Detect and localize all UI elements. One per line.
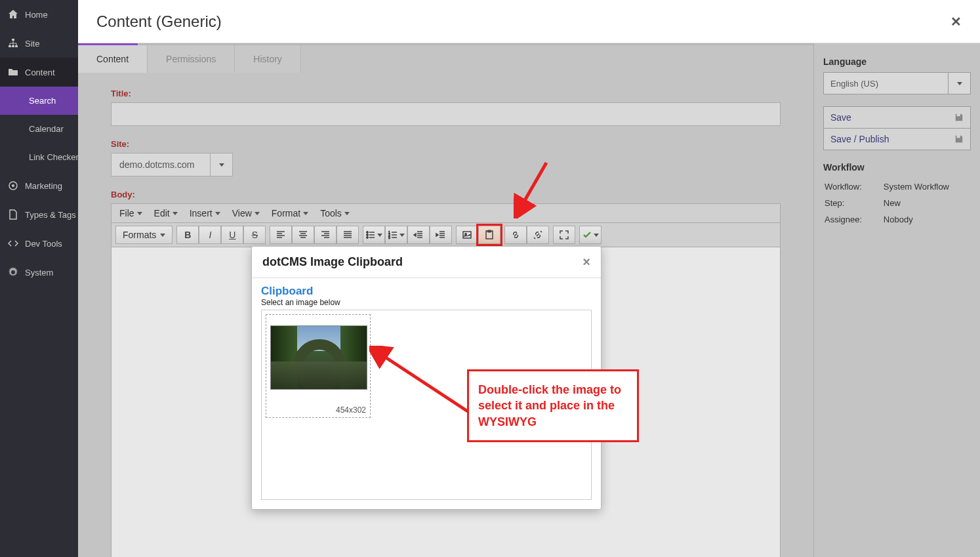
clipboard-subtext: Select an image below [261, 298, 592, 307]
save-publish-button[interactable]: Save / Publish [824, 129, 970, 150]
sidebar-item-label: Calendar [29, 124, 64, 134]
align-center-button[interactable] [292, 226, 314, 244]
validate-button[interactable] [579, 226, 602, 244]
clipboard-thumbnail[interactable]: 454x302 [266, 314, 371, 418]
title-label: Title: [111, 89, 781, 98]
menu-view[interactable]: View [232, 208, 260, 218]
close-icon[interactable]: ✕ [950, 14, 962, 30]
site-select[interactable]: demo.dotcms.com [111, 153, 233, 176]
action-label: Save [830, 112, 851, 123]
svg-point-5 [12, 184, 14, 187]
sidebar-item-content[interactable]: Content [0, 58, 78, 87]
indent-button[interactable] [430, 226, 452, 244]
insert-image-button[interactable] [456, 226, 478, 244]
svg-rect-1 [9, 45, 11, 47]
sidebar-item-calendar[interactable]: Calendar [0, 115, 78, 143]
svg-text:3: 3 [388, 236, 390, 239]
sidebar-item-home[interactable]: Home [0, 0, 78, 29]
formats-dropdown[interactable]: Formats [115, 226, 173, 244]
clipboard-heading: Clipboard [261, 285, 592, 298]
link-button[interactable] [504, 226, 527, 244]
sidebar-item-link-checker[interactable]: Link Checker [0, 143, 78, 171]
menu-tools[interactable]: Tools [320, 208, 350, 218]
home-icon [8, 9, 18, 20]
sidebar-item-dev-tools[interactable]: Dev Tools [0, 229, 78, 258]
image-clipboard-button[interactable] [478, 226, 500, 244]
sidebar-item-label: Marketing [25, 181, 62, 191]
close-icon[interactable]: × [582, 255, 590, 270]
table-row: Assignee:Nobody [825, 212, 970, 227]
fullscreen-button[interactable] [553, 226, 575, 244]
svg-point-6 [367, 232, 369, 234]
popup-header: dotCMS Image Clipboard × [252, 247, 601, 278]
sidebar: Home Site Content Search Calendar Link C… [0, 0, 78, 557]
italic-button[interactable]: I [199, 226, 221, 244]
bold-button[interactable]: B [176, 226, 199, 244]
title-input[interactable] [111, 102, 781, 126]
editor-toolbar: Formats B I U S 123 [112, 223, 780, 247]
bullet-list-button[interactable] [363, 226, 385, 244]
svg-rect-0 [12, 39, 14, 41]
sitemap-icon [8, 38, 18, 49]
chevron-down-icon [210, 154, 232, 176]
annotation-callout: Double-click the image to select it and … [467, 369, 639, 442]
strikethrough-button[interactable]: S [243, 226, 266, 244]
unlink-button[interactable] [527, 226, 549, 244]
sidebar-item-label: System [25, 268, 53, 278]
numbered-list-button[interactable]: 123 [385, 226, 407, 244]
tab-history[interactable]: History [235, 45, 301, 73]
sidebar-item-label: Site [25, 39, 39, 49]
sidebar-item-types-tags[interactable]: Types & Tags [0, 200, 78, 229]
language-value: English (US) [824, 73, 948, 94]
tab-content[interactable]: Content [78, 45, 148, 73]
save-icon [954, 134, 964, 144]
sidebar-item-label: Types & Tags [25, 210, 76, 220]
align-right-button[interactable] [314, 226, 337, 244]
workflow-label: Workflow [823, 162, 971, 173]
site-value: demo.dotcms.com [112, 154, 210, 176]
body-label: Body: [111, 190, 781, 199]
chevron-down-icon [948, 73, 970, 94]
right-panel: Language English (US) Save Save / Publis… [813, 43, 980, 557]
sidebar-item-site[interactable]: Site [0, 29, 78, 58]
sidebar-item-marketing[interactable]: Marketing [0, 171, 78, 200]
table-row: Step:New [825, 196, 970, 211]
workflow-table: Workflow:System Workflow Step:New Assign… [823, 178, 971, 228]
code-icon [8, 238, 18, 249]
tab-label: Permissions [166, 54, 216, 64]
editor-menubar: File Edit Insert View Format Tools [112, 204, 780, 223]
tab-permissions[interactable]: Permissions [148, 45, 235, 73]
sidebar-item-label: Link Checker [29, 152, 78, 162]
action-list: Save Save / Publish [823, 106, 971, 150]
outdent-button[interactable] [407, 226, 430, 244]
field-title: Title: [111, 89, 781, 126]
align-left-button[interactable] [270, 226, 292, 244]
underline-button[interactable]: U [221, 226, 243, 244]
save-button[interactable]: Save [824, 107, 970, 129]
svg-rect-3 [15, 45, 18, 47]
menu-format[interactable]: Format [272, 208, 308, 218]
align-justify-button[interactable] [337, 226, 359, 244]
save-icon [954, 113, 964, 122]
sidebar-item-label: Search [29, 96, 56, 106]
tab-label: History [253, 54, 282, 64]
sidebar-item-search[interactable]: Search [0, 87, 78, 115]
language-select[interactable]: English (US) [823, 72, 971, 94]
gear-icon [8, 267, 18, 278]
action-label: Save / Publish [830, 134, 889, 144]
modal-header: Content (Generic) ✕ [78, 0, 980, 43]
menu-insert[interactable]: Insert [190, 208, 220, 218]
sidebar-item-system[interactable]: System [0, 258, 78, 287]
svg-point-8 [367, 237, 369, 239]
language-label: Language [823, 56, 971, 67]
field-site: Site: demo.dotcms.com [111, 139, 781, 176]
file-icon [8, 209, 18, 220]
menu-edit[interactable]: Edit [154, 208, 178, 218]
target-icon [8, 180, 18, 191]
thumbnail-dimensions: 454x302 [270, 390, 366, 415]
svg-rect-2 [12, 45, 14, 47]
thumbnail-image [270, 325, 367, 390]
table-row: Workflow:System Workflow [825, 179, 970, 194]
menu-file[interactable]: File [119, 208, 142, 218]
folder-icon [8, 67, 18, 77]
